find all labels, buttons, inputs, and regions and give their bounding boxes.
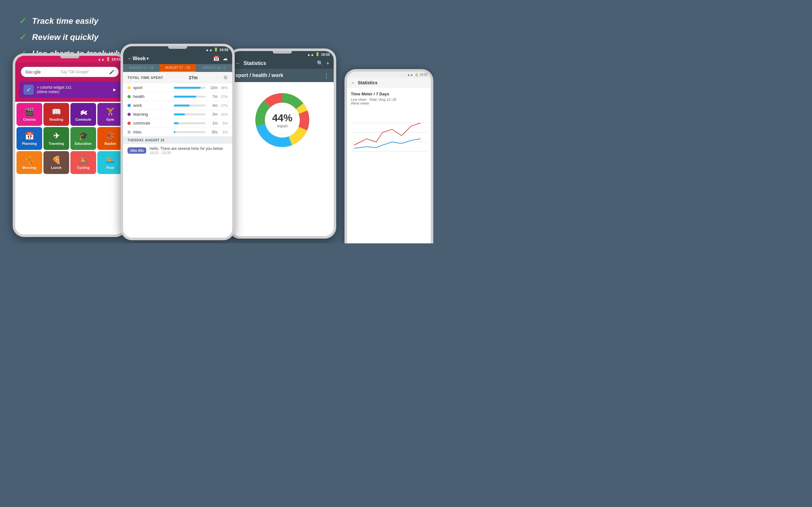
learning-bar-bg bbox=[174, 113, 206, 115]
misc-pct: 1% bbox=[217, 130, 228, 134]
app-reading[interactable]: 📖 Reading bbox=[44, 103, 69, 126]
google-search-bar[interactable]: Google Say "Ok Google" 🎤 bbox=[21, 67, 119, 77]
lunch-icon: 🍕 bbox=[52, 156, 61, 164]
misc-bar bbox=[174, 131, 175, 133]
phone1-signal: ▲▲ bbox=[98, 57, 105, 61]
commute-bar-bg bbox=[174, 122, 206, 124]
feature-text-track: Track time easily bbox=[32, 16, 98, 26]
total-label: TOTAL TIME SPENT bbox=[128, 76, 163, 79]
commute-time: 1m bbox=[208, 121, 217, 125]
dropdown-icon-ph2[interactable]: ▼ bbox=[146, 56, 150, 61]
app-morning[interactable]: 🤸 Morning bbox=[16, 151, 42, 174]
app-commute[interactable]: 🏍 Commute bbox=[70, 103, 96, 126]
planning-label: Planning bbox=[22, 142, 37, 146]
misc-time: 30s bbox=[208, 130, 217, 134]
widget-row[interactable]: ✓ > colorful widget 1x1 (#time meter) ▶ bbox=[19, 81, 120, 98]
app-pool[interactable]: 🏊 Pool bbox=[97, 151, 123, 174]
work-name: work bbox=[133, 103, 171, 108]
planning-icon: 📅 bbox=[25, 131, 34, 140]
phone3-signal: ▲▲ bbox=[307, 53, 314, 56]
back-phone-time: 19:55 bbox=[420, 73, 427, 76]
add-icon-ph3[interactable]: + bbox=[326, 60, 329, 66]
back-arrow-back-ph[interactable]: ← bbox=[351, 80, 355, 85]
learning-bar bbox=[174, 113, 185, 115]
week-tab-2[interactable]: AUGUST 17 – 23 bbox=[159, 64, 196, 72]
misc-name: misc bbox=[133, 130, 171, 134]
health-name: health bbox=[133, 94, 171, 99]
work-bar-bg bbox=[174, 105, 206, 107]
phone1-content: ▲▲ 🔋 19:55 Google Say "Ok Google" 🎤 bbox=[15, 56, 124, 234]
back-phone-main-title: Time Meter / 7 Days bbox=[351, 92, 427, 96]
back-arrow-ph2[interactable]: ← bbox=[128, 56, 133, 61]
app-basket[interactable]: 🏀 Basket bbox=[97, 127, 123, 150]
cycling-icon: 🚴 bbox=[79, 156, 88, 164]
widget-icon: ✓ bbox=[23, 84, 34, 95]
reading-icon: 📖 bbox=[52, 107, 61, 116]
feature-item-review: ✓ Review it quickly bbox=[19, 32, 241, 43]
mini-line-chart bbox=[351, 110, 427, 161]
gym-label: Gym bbox=[106, 118, 114, 121]
total-time: 27m bbox=[189, 75, 198, 80]
work-time: 4m bbox=[208, 103, 217, 108]
basket-icon: 🏀 bbox=[106, 131, 115, 140]
app-traveling[interactable]: ✈ Traveling bbox=[44, 127, 69, 150]
feature-text-review: Review it quickly bbox=[32, 32, 99, 42]
event-duration: 10m 00s bbox=[128, 147, 146, 154]
back-arrow-ph3[interactable]: ← bbox=[235, 60, 241, 66]
sport-dot bbox=[128, 86, 131, 89]
commute-label: Commute bbox=[75, 118, 91, 121]
week-tabs: AUGUST 10 – 16 AUGUST 17 – 23 AUGUST 24 … bbox=[123, 64, 232, 72]
event-description: Hello. There are several hints for you b… bbox=[149, 147, 223, 151]
donut-chart-container: 44% #sport bbox=[231, 82, 334, 158]
calendar-icon-ph2[interactable]: 📅 bbox=[213, 55, 219, 61]
week-tab-1[interactable]: AUGUST 10 – 16 bbox=[123, 64, 159, 72]
donut-label: #sport bbox=[272, 124, 293, 128]
sport-name: sport bbox=[133, 85, 171, 90]
phone3-subtitle: sport / health / work bbox=[235, 72, 283, 78]
health-time: 7m bbox=[208, 95, 217, 99]
app-planning[interactable]: 📅 Planning bbox=[16, 127, 42, 150]
week-tab-3[interactable]: AUGUST 24 – 3 bbox=[196, 64, 232, 72]
app-gym[interactable]: 🏋 Gym bbox=[97, 103, 123, 126]
cycling-label: Cycling bbox=[77, 166, 90, 170]
check-icon-review: ✓ bbox=[19, 32, 26, 43]
cinema-icon: 🎬 bbox=[25, 107, 34, 116]
learning-name: learning bbox=[133, 112, 171, 117]
phone2-status-bar: ▲▲ 🔋 19:55 bbox=[123, 46, 232, 53]
app-lunch[interactable]: 🍕 Lunch bbox=[44, 151, 69, 174]
google-placeholder: Say "Ok Google" bbox=[61, 70, 89, 74]
more-vert-icon[interactable]: ⋮ bbox=[323, 72, 329, 79]
pool-label: Pool bbox=[107, 166, 114, 170]
phone3-subtitle-bar: sport / health / work ⋮ bbox=[231, 69, 334, 82]
phone2-frame: ▲▲ 🔋 19:55 ← Week ▼ 📅 ☁ AUGUST 10 – 16 A… bbox=[120, 44, 235, 240]
app-cinema[interactable]: 🎬 Cinema bbox=[16, 103, 42, 126]
settings-icon-total[interactable]: ⚙ bbox=[223, 74, 228, 80]
app-education[interactable]: 🎓 Education bbox=[70, 127, 96, 150]
search-icon-ph3[interactable]: 🔍 bbox=[317, 60, 323, 66]
commute-pct: 5% bbox=[217, 121, 228, 125]
app-cycling[interactable]: 🚴 Cycling bbox=[70, 151, 96, 174]
work-bar bbox=[174, 105, 190, 107]
donut-pct: 44% bbox=[272, 112, 293, 124]
cloud-icon-ph2[interactable]: ☁ bbox=[223, 55, 228, 61]
back-phone-title: Statistics bbox=[358, 80, 377, 85]
phone1-time: 19:55 bbox=[112, 57, 120, 61]
commute-icon: 🏍 bbox=[80, 107, 87, 116]
week-tab-2-label: AUGUST 17 – 23 bbox=[165, 66, 190, 69]
learning-dot bbox=[128, 113, 131, 116]
phone2-week-title: Week bbox=[133, 56, 146, 61]
reading-label: Reading bbox=[49, 118, 63, 121]
back-phone-signal: ▲▲ bbox=[407, 73, 413, 76]
phone2-battery: 🔋 bbox=[214, 48, 218, 52]
misc-dot bbox=[128, 130, 131, 134]
activity-learning: learning 3m 11% bbox=[123, 110, 232, 119]
phone1-status-bar: ▲▲ 🔋 19:55 bbox=[15, 56, 124, 62]
phone3-content: ▲▲ 🔋 19:55 ← Statistics 🔍 + sport / heal… bbox=[231, 51, 334, 236]
misc-bar-bg bbox=[174, 131, 206, 133]
pool-icon: 🏊 bbox=[106, 156, 115, 164]
sport-time: 10m bbox=[208, 86, 217, 90]
phone3-header: ← Statistics 🔍 + bbox=[231, 58, 334, 69]
event-time-range: 19:23 – 19:33 bbox=[149, 151, 223, 155]
back-phone-battery: 🔋 bbox=[415, 73, 418, 76]
back-phone-hashtag: #time meter bbox=[351, 101, 427, 105]
